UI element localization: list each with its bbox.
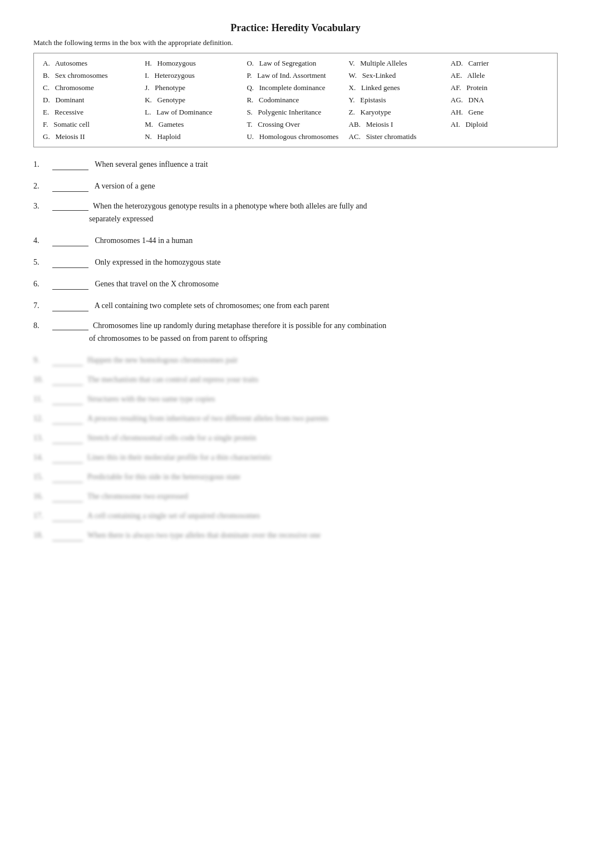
answer-blank-11 [52, 396, 83, 405]
answer-blank-15 [52, 474, 83, 483]
answer-blank-1[interactable] [52, 161, 88, 170]
term-Z: Z. Karyotype [347, 107, 449, 118]
term-AB: AB. Meiosis I [347, 119, 449, 130]
answer-blank-5[interactable] [52, 259, 88, 268]
question-text-5: Only expressed in the homozygous state [50, 256, 558, 268]
question-text-2: A version of a gene [50, 180, 558, 192]
answer-blank-16 [52, 493, 83, 502]
question-number-2: 2. [33, 180, 50, 192]
term-S: S. Polygenic Inheritance [244, 107, 346, 118]
term-AH: AH. Gene [449, 107, 550, 118]
term-F: F. Somatic cell [41, 119, 142, 130]
term-W: W. Sex-Linked [347, 70, 449, 81]
question-number-11: 11. [33, 393, 50, 405]
page-title: Practice: Heredity Vocabulary [33, 22, 558, 34]
question-number-17: 17. [33, 510, 50, 522]
answer-blank-3[interactable] [52, 202, 88, 211]
question-number-13: 13. [33, 432, 50, 444]
question-number-14: 14. [33, 452, 50, 463]
question-text-3b: separately expressed [33, 213, 558, 225]
question-18: 18. When there is always two type allele… [33, 529, 558, 541]
answer-blank-10 [52, 376, 83, 385]
question-16: 16. The chromosome two expressed [33, 490, 558, 502]
question-number-8: 8. [33, 321, 50, 330]
term-N: N. Haploid [142, 131, 244, 142]
answer-blank-17 [52, 513, 83, 522]
question-7: 7. A cell containing two complete sets o… [33, 300, 558, 311]
question-number-3: 3. [33, 202, 50, 211]
answer-blank-12 [52, 415, 83, 424]
question-4: 4. Chromosomes 1-44 in a human [33, 235, 558, 246]
term-K: K. Genotype [142, 95, 244, 106]
answer-blank-8[interactable] [52, 321, 88, 330]
question-text-8b: of chromosomes to be passed on from pare… [33, 333, 558, 344]
question-9: 9. Happen the new homologous chromosomes… [33, 354, 558, 366]
answer-blank-4[interactable] [52, 237, 88, 246]
term-AC: AC. Sister chromatids [347, 131, 449, 142]
question-text-1: When several genes influence a trait [50, 158, 558, 170]
question-5: 5. Only expressed in the homozygous stat… [33, 256, 558, 268]
term-AI: AI. Diploid [449, 119, 550, 130]
question-number-9: 9. [33, 354, 50, 366]
question-number-12: 12. [33, 413, 50, 424]
question-number-7: 7. [33, 300, 50, 311]
term-T: T. Crossing Over [244, 119, 346, 130]
question-text-8a: Chromosomes line up randomly during meta… [93, 321, 386, 330]
question-number-6: 6. [33, 278, 50, 290]
term-V: V. Multiple Alleles [347, 58, 449, 69]
term-X: X. Linked genes [347, 82, 449, 93]
question-text-4: Chromosomes 1-44 in a human [50, 235, 558, 246]
term-R: R. Codominance [244, 95, 346, 106]
term-H: H. Homozygous [142, 58, 244, 69]
terms-grid: A. Autosomes H. Homozygous O. Law of Seg… [41, 58, 550, 142]
term-AG: AG. DNA [449, 95, 550, 106]
term-A: A. Autosomes [41, 58, 142, 69]
question-number-10: 10. [33, 374, 50, 385]
question-number-18: 18. [33, 529, 50, 541]
term-P: P. Law of Ind. Assortment [244, 70, 346, 81]
term-Y: Y. Epistasis [347, 95, 449, 106]
question-text-6: Genes that travel on the X chromosome [50, 278, 558, 290]
term-G: G. Meiosis II [41, 131, 142, 142]
term-E: E. Recessive [41, 107, 142, 118]
question-8: 8. Chromosomes line up randomly during m… [33, 321, 558, 344]
question-text-3a: When the heterozygous genotype results i… [93, 202, 367, 211]
term-AD: AD. Carrier [449, 58, 550, 69]
question-17: 17. A cell containing a single set of un… [33, 510, 558, 522]
question-11: 11. Structures with the two same type co… [33, 393, 558, 405]
term-J: J. Phenotype [142, 82, 244, 93]
term-AF: AF. Protein [449, 82, 550, 93]
term-U: U. Homologous chromosomes [244, 131, 346, 142]
question-3: 3. When the heterozygous genotype result… [33, 202, 558, 225]
question-number-5: 5. [33, 256, 50, 268]
answer-blank-13 [52, 435, 83, 444]
question-15: 15. Predictable for this side in the het… [33, 471, 558, 483]
term-M: M. Gametes [142, 119, 244, 130]
question-text-7: A cell containing two complete sets of c… [50, 300, 558, 311]
question-12: 12. A process resulting from inheritance… [33, 413, 558, 424]
terms-box: A. Autosomes H. Homozygous O. Law of Seg… [33, 53, 558, 147]
question-10: 10. The mechanism that can control and r… [33, 374, 558, 385]
question-1: 1. When several genes influence a trait [33, 158, 558, 170]
answer-blank-6[interactable] [52, 281, 88, 290]
question-14: 14. Lines this in their molecular profil… [33, 452, 558, 463]
question-number-15: 15. [33, 471, 50, 483]
term-empty [449, 131, 550, 142]
term-I: I. Heterozygous [142, 70, 244, 81]
question-2: 2. A version of a gene [33, 180, 558, 192]
term-AE: AE. Allele [449, 70, 550, 81]
answer-blank-2[interactable] [52, 183, 88, 192]
instructions: Match the following terms in the box wit… [33, 38, 558, 47]
question-13: 13. Stretch of chromosomal cells code fo… [33, 432, 558, 444]
term-L: L. Law of Dominance [142, 107, 244, 118]
question-number-4: 4. [33, 235, 50, 246]
question-number-16: 16. [33, 490, 50, 502]
answer-blank-9 [52, 357, 83, 366]
term-D: D. Dominant [41, 95, 142, 106]
answer-blank-7[interactable] [52, 302, 88, 311]
question-number-1: 1. [33, 158, 50, 170]
answer-blank-18 [52, 532, 83, 541]
question-6: 6. Genes that travel on the X chromosome [33, 278, 558, 290]
answer-blank-14 [52, 454, 83, 463]
term-C: C. Chromosome [41, 82, 142, 93]
